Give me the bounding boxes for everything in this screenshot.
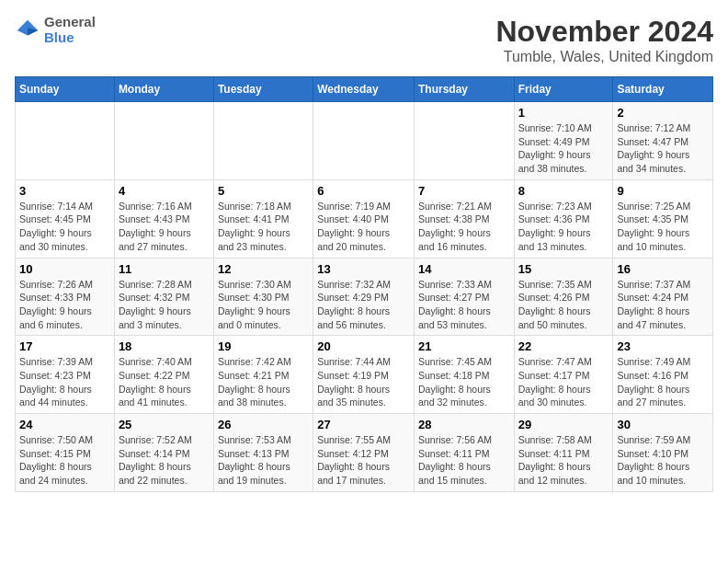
calendar-cell: 27Sunrise: 7:55 AM Sunset: 4:12 PM Dayli… — [313, 414, 415, 492]
calendar-cell: 4Sunrise: 7:16 AM Sunset: 4:43 PM Daylig… — [114, 179, 213, 258]
calendar-cell: 6Sunrise: 7:19 AM Sunset: 4:40 PM Daylig… — [313, 179, 415, 258]
day-info: Sunrise: 7:25 AM Sunset: 4:35 PM Dayligh… — [617, 200, 709, 254]
page-title: November 2024 — [495, 15, 713, 49]
day-number: 27 — [317, 418, 410, 431]
day-info: Sunrise: 7:50 AM Sunset: 4:15 PM Dayligh… — [19, 433, 110, 488]
day-number: 4 — [119, 184, 210, 198]
day-number: 26 — [218, 418, 309, 431]
logo: General Blue — [15, 15, 96, 45]
day-info: Sunrise: 7:49 AM Sunset: 4:16 PM Dayligh… — [617, 355, 709, 409]
day-number: 10 — [19, 262, 110, 276]
calendar-cell: 9Sunrise: 7:25 AM Sunset: 4:35 PM Daylig… — [613, 179, 713, 258]
day-info: Sunrise: 7:16 AM Sunset: 4:43 PM Dayligh… — [119, 200, 210, 254]
logo-text: General Blue — [44, 15, 96, 45]
weekday-header-wednesday: Wednesday — [313, 77, 415, 102]
calendar-cell: 17Sunrise: 7:39 AM Sunset: 4:23 PM Dayli… — [16, 336, 115, 414]
logo-icon — [15, 17, 40, 43]
calendar-week-1: 3Sunrise: 7:14 AM Sunset: 4:45 PM Daylig… — [16, 179, 713, 258]
day-info: Sunrise: 7:14 AM Sunset: 4:45 PM Dayligh… — [19, 200, 110, 254]
calendar-cell: 19Sunrise: 7:42 AM Sunset: 4:21 PM Dayli… — [213, 336, 313, 414]
calendar-cell: 16Sunrise: 7:37 AM Sunset: 4:24 PM Dayli… — [613, 258, 713, 336]
calendar-cell: 30Sunrise: 7:59 AM Sunset: 4:10 PM Dayli… — [613, 414, 713, 492]
day-number: 18 — [119, 339, 210, 353]
day-info: Sunrise: 7:28 AM Sunset: 4:32 PM Dayligh… — [119, 278, 210, 332]
logo-line1: General — [44, 15, 96, 30]
day-number: 5 — [218, 184, 309, 198]
day-number: 21 — [418, 339, 510, 353]
day-number: 12 — [218, 262, 309, 276]
calendar-cell: 1Sunrise: 7:10 AM Sunset: 4:49 PM Daylig… — [514, 102, 613, 180]
weekday-header-sunday: Sunday — [16, 77, 115, 102]
calendar-header: SundayMondayTuesdayWednesdayThursdayFrid… — [16, 77, 713, 102]
day-number: 7 — [418, 184, 510, 198]
calendar-cell — [414, 102, 514, 180]
day-info: Sunrise: 7:32 AM Sunset: 4:29 PM Dayligh… — [317, 278, 410, 332]
day-info: Sunrise: 7:26 AM Sunset: 4:33 PM Dayligh… — [19, 278, 110, 332]
day-info: Sunrise: 7:33 AM Sunset: 4:27 PM Dayligh… — [418, 278, 510, 332]
day-info: Sunrise: 7:40 AM Sunset: 4:22 PM Dayligh… — [119, 355, 210, 409]
weekday-header-row: SundayMondayTuesdayWednesdayThursdayFrid… — [16, 77, 713, 102]
day-info: Sunrise: 7:21 AM Sunset: 4:38 PM Dayligh… — [418, 200, 510, 254]
calendar-week-2: 10Sunrise: 7:26 AM Sunset: 4:33 PM Dayli… — [16, 258, 713, 336]
calendar-cell: 2Sunrise: 7:12 AM Sunset: 4:47 PM Daylig… — [613, 102, 713, 180]
day-number: 30 — [617, 418, 709, 431]
day-number: 3 — [19, 184, 110, 198]
weekday-header-monday: Monday — [114, 77, 213, 102]
day-number: 23 — [617, 339, 709, 353]
calendar-cell: 8Sunrise: 7:23 AM Sunset: 4:36 PM Daylig… — [514, 179, 613, 258]
page-header: General Blue November 2024 Tumble, Wales… — [15, 15, 713, 65]
weekday-header-thursday: Thursday — [414, 77, 514, 102]
day-number: 24 — [19, 418, 110, 431]
day-number: 20 — [317, 339, 410, 353]
calendar-cell: 23Sunrise: 7:49 AM Sunset: 4:16 PM Dayli… — [613, 336, 713, 414]
calendar-cell: 24Sunrise: 7:50 AM Sunset: 4:15 PM Dayli… — [16, 414, 115, 492]
weekday-header-tuesday: Tuesday — [213, 77, 313, 102]
day-info: Sunrise: 7:47 AM Sunset: 4:17 PM Dayligh… — [518, 355, 609, 409]
calendar-week-4: 24Sunrise: 7:50 AM Sunset: 4:15 PM Dayli… — [16, 414, 713, 492]
calendar-cell: 5Sunrise: 7:18 AM Sunset: 4:41 PM Daylig… — [213, 179, 313, 258]
day-info: Sunrise: 7:19 AM Sunset: 4:40 PM Dayligh… — [317, 200, 410, 254]
day-number: 6 — [317, 184, 410, 198]
calendar-cell: 7Sunrise: 7:21 AM Sunset: 4:38 PM Daylig… — [414, 179, 514, 258]
day-number: 8 — [518, 184, 609, 198]
day-info: Sunrise: 7:59 AM Sunset: 4:10 PM Dayligh… — [617, 433, 709, 488]
day-number: 1 — [518, 106, 609, 120]
day-info: Sunrise: 7:39 AM Sunset: 4:23 PM Dayligh… — [19, 355, 110, 409]
day-number: 28 — [418, 418, 510, 431]
calendar-cell: 12Sunrise: 7:30 AM Sunset: 4:30 PM Dayli… — [213, 258, 313, 336]
day-number: 15 — [518, 262, 609, 276]
calendar-week-3: 17Sunrise: 7:39 AM Sunset: 4:23 PM Dayli… — [16, 336, 713, 414]
page-subtitle: Tumble, Wales, United Kingdom — [495, 49, 713, 65]
day-number: 2 — [617, 106, 709, 120]
calendar-cell: 26Sunrise: 7:53 AM Sunset: 4:13 PM Dayli… — [213, 414, 313, 492]
day-info: Sunrise: 7:37 AM Sunset: 4:24 PM Dayligh… — [617, 278, 709, 332]
calendar-body: 1Sunrise: 7:10 AM Sunset: 4:49 PM Daylig… — [16, 102, 713, 492]
calendar-cell: 3Sunrise: 7:14 AM Sunset: 4:45 PM Daylig… — [16, 179, 115, 258]
calendar-cell: 15Sunrise: 7:35 AM Sunset: 4:26 PM Dayli… — [514, 258, 613, 336]
day-info: Sunrise: 7:18 AM Sunset: 4:41 PM Dayligh… — [218, 200, 309, 254]
day-info: Sunrise: 7:55 AM Sunset: 4:12 PM Dayligh… — [317, 433, 410, 488]
day-info: Sunrise: 7:12 AM Sunset: 4:47 PM Dayligh… — [617, 121, 709, 176]
calendar-cell: 14Sunrise: 7:33 AM Sunset: 4:27 PM Dayli… — [414, 258, 514, 336]
day-number: 17 — [19, 339, 110, 353]
day-info: Sunrise: 7:52 AM Sunset: 4:14 PM Dayligh… — [119, 433, 210, 488]
calendar-table: SundayMondayTuesdayWednesdayThursdayFrid… — [15, 76, 713, 492]
day-info: Sunrise: 7:42 AM Sunset: 4:21 PM Dayligh… — [218, 355, 309, 409]
title-area: November 2024 Tumble, Wales, United King… — [495, 15, 713, 65]
calendar-cell: 20Sunrise: 7:44 AM Sunset: 4:19 PM Dayli… — [313, 336, 415, 414]
weekday-header-saturday: Saturday — [613, 77, 713, 102]
calendar-cell: 11Sunrise: 7:28 AM Sunset: 4:32 PM Dayli… — [114, 258, 213, 336]
calendar-cell: 13Sunrise: 7:32 AM Sunset: 4:29 PM Dayli… — [313, 258, 415, 336]
calendar-cell: 28Sunrise: 7:56 AM Sunset: 4:11 PM Dayli… — [414, 414, 514, 492]
day-info: Sunrise: 7:58 AM Sunset: 4:11 PM Dayligh… — [518, 433, 609, 488]
day-info: Sunrise: 7:30 AM Sunset: 4:30 PM Dayligh… — [218, 278, 309, 332]
calendar-cell — [313, 102, 415, 180]
day-number: 22 — [518, 339, 609, 353]
day-info: Sunrise: 7:53 AM Sunset: 4:13 PM Dayligh… — [218, 433, 309, 488]
calendar-cell: 21Sunrise: 7:45 AM Sunset: 4:18 PM Dayli… — [414, 336, 514, 414]
calendar-cell: 25Sunrise: 7:52 AM Sunset: 4:14 PM Dayli… — [114, 414, 213, 492]
calendar-cell — [114, 102, 213, 180]
day-number: 9 — [617, 184, 709, 198]
calendar-cell: 10Sunrise: 7:26 AM Sunset: 4:33 PM Dayli… — [16, 258, 115, 336]
day-number: 13 — [317, 262, 410, 276]
